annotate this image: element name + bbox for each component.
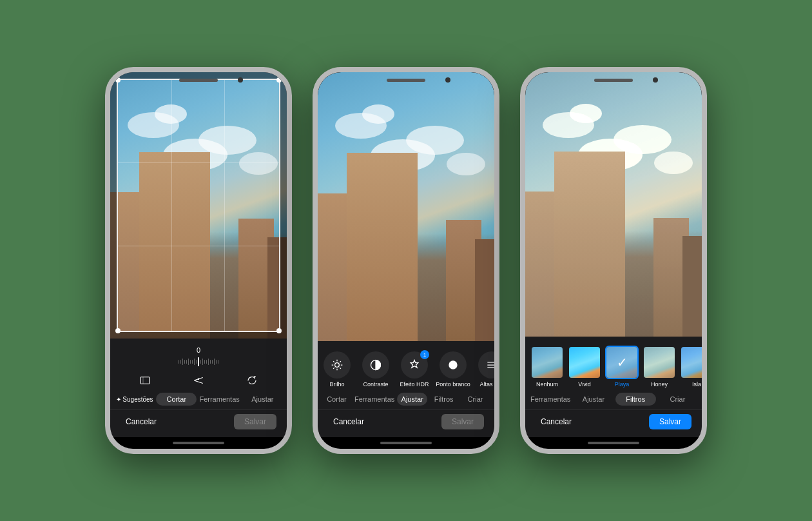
tick (192, 360, 193, 364)
filter-item-isla[interactable]: Isla (680, 346, 702, 388)
nav-tab-crop[interactable]: Cortar (156, 393, 197, 406)
tick (216, 360, 217, 364)
tick (204, 360, 205, 364)
nav-tab-filters-2[interactable]: Filtros (429, 393, 459, 406)
home-bar-1 (173, 442, 224, 444)
cloud (362, 104, 394, 124)
adjust-tool-highlights[interactable]: Altas lu... (475, 351, 494, 388)
building-center (347, 153, 418, 341)
tick (196, 360, 197, 364)
crop-mask-right (279, 80, 287, 331)
home-indicator-3 (525, 437, 702, 449)
filter-item-honey[interactable]: Honey (643, 346, 676, 388)
tick (188, 359, 189, 365)
nav-tab-adjust[interactable]: Ajustar (242, 393, 283, 406)
nav-tab-suggestions[interactable]: ✦ Sugestões (114, 393, 155, 406)
nav-tab-crop-2[interactable]: Cortar (322, 393, 352, 406)
tick (210, 360, 211, 364)
highlights-label: Altas lu... (479, 381, 494, 388)
cancel-button-3[interactable]: Cancelar (536, 415, 577, 429)
tick (190, 360, 191, 364)
adjust-tool-hdr[interactable]: 1 Efeito HDR (398, 351, 431, 388)
hdr-label: Efeito HDR (400, 381, 429, 388)
nav-tab-tools-3[interactable]: Ferramentas (529, 393, 572, 406)
svg-point-3 (335, 363, 340, 368)
straighten-icon[interactable] (184, 375, 213, 386)
tick (186, 360, 187, 364)
tick (202, 359, 203, 365)
camera-1 (238, 77, 243, 83)
screen-3: Nenhum Vivid ✓ Playa (525, 72, 702, 449)
nav-tab-tools[interactable]: Ferramentas (198, 393, 240, 406)
speaker-2 (387, 79, 425, 82)
building-center (554, 152, 625, 337)
hdr-badge: 1 (420, 350, 429, 359)
filter-check-playa: ✓ (606, 347, 637, 378)
svg-rect-0 (140, 377, 150, 384)
nav-tabs-1: ✦ Sugestões Cortar Ferramentas Ajustar (110, 391, 287, 409)
nav-tab-filters-3[interactable]: Filtros (615, 393, 656, 406)
cancel-button-2[interactable]: Cancelar (328, 415, 369, 429)
photo-area-1 (110, 72, 287, 339)
save-button-3[interactable]: Salvar (649, 414, 691, 429)
nav-tabs-3: Ferramentas Ajustar Filtros Criar (525, 391, 702, 409)
contrast-label: Contraste (363, 381, 388, 388)
adjust-tool-brightness[interactable]: Brilho (320, 351, 354, 388)
phone-1: 0 (105, 67, 292, 454)
building-far-right (682, 236, 702, 337)
filter-item-none[interactable]: Nenhum (530, 346, 564, 388)
nav-tab-adjust-2[interactable]: Ajustar (397, 393, 427, 406)
cloud (155, 104, 187, 124)
crop-mask-bottom (110, 331, 287, 339)
bottom-panel-2: Brilho Contraste (318, 341, 494, 437)
tick (208, 359, 209, 365)
filter-preview-vivid (569, 347, 600, 378)
slider-track[interactable] (121, 357, 276, 367)
crop-ratio-icon[interactable] (131, 375, 159, 386)
screen-2: Brilho Contraste (318, 72, 494, 449)
sky-image-2 (318, 72, 494, 341)
photo-area-2 (318, 72, 494, 341)
whitepoint-label: Ponto branco (436, 381, 470, 388)
phone-3-wrapper: Nenhum Vivid ✓ Playa (520, 67, 707, 454)
filter-preview-honey (644, 347, 675, 378)
svg-point-2 (198, 378, 199, 380)
tick-center (198, 357, 199, 366)
action-bar-1: Cancelar Salvar (110, 409, 287, 435)
sky-image-3 (525, 72, 702, 337)
filter-thumb-honey (643, 346, 676, 379)
adjust-tool-whitepoint[interactable]: Ponto branco (436, 351, 470, 388)
cancel-button-1[interactable]: Cancelar (121, 415, 162, 429)
contrast-svg (369, 359, 382, 371)
highlights-icon (478, 351, 494, 378)
crop-mask-left (110, 80, 118, 331)
filter-item-vivid[interactable]: Vivid (568, 346, 601, 388)
svg-line-11 (333, 368, 334, 369)
filter-item-playa[interactable]: ✓ Playa (605, 346, 639, 388)
nav-tab-tools-2[interactable]: Ferramentas (353, 393, 396, 406)
svg-line-10 (340, 361, 341, 362)
phone-3: Nenhum Vivid ✓ Playa (520, 67, 707, 454)
tick (180, 360, 181, 364)
bottom-panel-3: Nenhum Vivid ✓ Playa (525, 337, 702, 437)
tick (200, 360, 201, 364)
hdr-icon: 1 (401, 351, 428, 378)
nav-tab-create-2[interactable]: Criar (460, 393, 490, 406)
phone-2: Brilho Contraste (313, 67, 499, 454)
filter-label-isla: Isla (692, 381, 701, 388)
nav-tab-adjust-3[interactable]: Ajustar (573, 393, 614, 406)
speaker-1 (179, 79, 218, 82)
save-button-2[interactable]: Salvar (441, 414, 484, 429)
nav-tab-create-3[interactable]: Criar (657, 393, 698, 406)
screen-1: 0 (110, 72, 287, 449)
filter-label-playa: Playa (615, 381, 630, 388)
cloud (447, 153, 485, 175)
phone-2-wrapper: Brilho Contraste (313, 67, 499, 454)
filter-label-honey: Honey (651, 381, 668, 388)
rotate-icon[interactable] (238, 375, 266, 386)
slider-area: 0 (110, 344, 287, 372)
adjust-tool-contrast[interactable]: Contraste (359, 351, 392, 388)
whitepoint-svg (447, 359, 459, 371)
save-button-1[interactable]: Salvar (234, 414, 276, 429)
filter-thumb-none (530, 346, 564, 379)
